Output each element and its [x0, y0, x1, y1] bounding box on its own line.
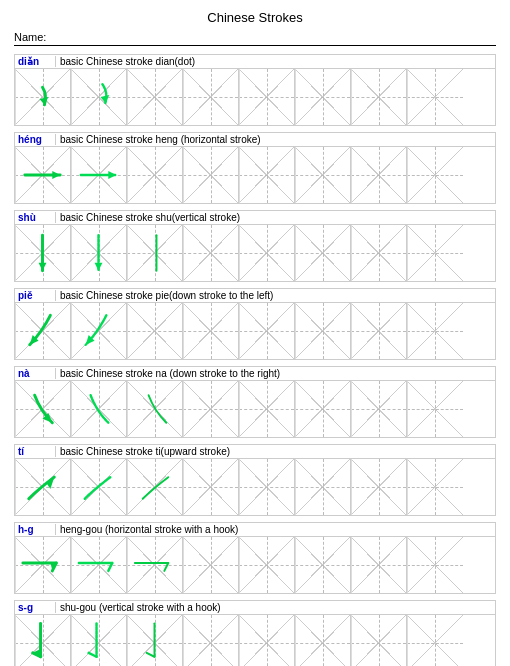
stroke-section-na: nàbasic Chinese stroke na (down stroke t…: [14, 366, 496, 438]
stroke-name-hg: h-g: [18, 524, 56, 535]
stroke-cell: [239, 537, 295, 593]
stroke-cell: [183, 381, 239, 437]
stroke-cells-shu: [15, 225, 495, 281]
stroke-cell: [239, 303, 295, 359]
stroke-desc-hg: heng-gou (horizontal stroke with a hook): [60, 524, 238, 535]
stroke-cell: [351, 147, 407, 203]
stroke-cell: [351, 225, 407, 281]
stroke-cells-heng: [15, 147, 495, 203]
stroke-cell: [351, 303, 407, 359]
stroke-cell: [239, 381, 295, 437]
stroke-cell: [15, 459, 71, 515]
stroke-cells-na: [15, 381, 495, 437]
stroke-cell: [183, 225, 239, 281]
stroke-name-ti: tí: [18, 446, 56, 457]
stroke-cell: [71, 381, 127, 437]
stroke-cell: [351, 69, 407, 125]
stroke-cell: [127, 303, 183, 359]
stroke-section-pie: piěbasic Chinese stroke pie(down stroke …: [14, 288, 496, 360]
stroke-cell: [295, 381, 351, 437]
stroke-section-hg: h-gheng-gou (horizontal stroke with a ho…: [14, 522, 496, 594]
stroke-cell: [127, 381, 183, 437]
stroke-section-shu: shùbasic Chinese stroke shu(vertical str…: [14, 210, 496, 282]
stroke-cell: [71, 459, 127, 515]
stroke-cells-ti: [15, 459, 495, 515]
stroke-cell: [15, 537, 71, 593]
stroke-cells-hg: [15, 537, 495, 593]
svg-marker-3: [52, 171, 60, 179]
stroke-cell: [295, 303, 351, 359]
stroke-desc-na: basic Chinese stroke na (down stroke to …: [60, 368, 280, 379]
stroke-name-heng: héng: [18, 134, 56, 145]
stroke-header-pie: piěbasic Chinese stroke pie(down stroke …: [15, 289, 495, 303]
stroke-cell: [295, 459, 351, 515]
stroke-cell: [127, 69, 183, 125]
stroke-cell: [15, 381, 71, 437]
stroke-header-na: nàbasic Chinese stroke na (down stroke t…: [15, 367, 495, 381]
stroke-cell: [15, 615, 71, 666]
stroke-section-heng: héngbasic Chinese stroke heng (horizonta…: [14, 132, 496, 204]
svg-marker-1: [100, 95, 109, 103]
stroke-cell: [71, 537, 127, 593]
stroke-cell: [127, 615, 183, 666]
stroke-header-ti: tíbasic Chinese stroke ti(upward stroke): [15, 445, 495, 459]
stroke-cell: [239, 615, 295, 666]
stroke-desc-sg: shu-gou (vertical stroke with a hook): [60, 602, 221, 613]
stroke-cell: [407, 459, 463, 515]
stroke-cells-sg: [15, 615, 495, 666]
stroke-name-pie: piě: [18, 290, 56, 301]
stroke-header-hg: h-gheng-gou (horizontal stroke with a ho…: [15, 523, 495, 537]
stroke-cell: [351, 459, 407, 515]
stroke-cell: [351, 615, 407, 666]
stroke-cell: [15, 147, 71, 203]
stroke-cell: [239, 69, 295, 125]
stroke-cell: [71, 615, 127, 666]
stroke-desc-shu: basic Chinese stroke shu(vertical stroke…: [60, 212, 240, 223]
stroke-cell: [295, 147, 351, 203]
stroke-cell: [127, 147, 183, 203]
stroke-cell: [183, 69, 239, 125]
stroke-section-dian: diǎnbasic Chinese stroke dian(dot): [14, 54, 496, 126]
stroke-cell: [239, 147, 295, 203]
stroke-header-sg: s-gshu-gou (vertical stroke with a hook): [15, 601, 495, 615]
stroke-cell: [351, 381, 407, 437]
stroke-header-shu: shùbasic Chinese stroke shu(vertical str…: [15, 211, 495, 225]
stroke-cell: [71, 69, 127, 125]
strokes-container: diǎnbasic Chinese stroke dian(dot)héngba…: [14, 54, 496, 666]
stroke-cell: [407, 69, 463, 125]
stroke-cell: [183, 303, 239, 359]
stroke-cell: [407, 147, 463, 203]
stroke-cell: [127, 459, 183, 515]
stroke-cells-dian: [15, 69, 495, 125]
stroke-cell: [239, 459, 295, 515]
stroke-cells-pie: [15, 303, 495, 359]
stroke-cell: [407, 303, 463, 359]
stroke-cell: [295, 537, 351, 593]
stroke-cell: [183, 537, 239, 593]
stroke-cell: [71, 147, 127, 203]
stroke-cell: [183, 147, 239, 203]
name-line: Name:: [14, 31, 496, 46]
stroke-cell: [407, 381, 463, 437]
stroke-cell: [71, 225, 127, 281]
stroke-cell: [407, 537, 463, 593]
stroke-cell: [239, 225, 295, 281]
stroke-name-shu: shù: [18, 212, 56, 223]
stroke-cell: [407, 225, 463, 281]
stroke-cell: [407, 615, 463, 666]
stroke-header-dian: diǎnbasic Chinese stroke dian(dot): [15, 55, 495, 69]
stroke-desc-ti: basic Chinese stroke ti(upward stroke): [60, 446, 230, 457]
stroke-desc-dian: basic Chinese stroke dian(dot): [60, 56, 195, 67]
stroke-cell: [15, 303, 71, 359]
stroke-desc-pie: basic Chinese stroke pie(down stroke to …: [60, 290, 273, 301]
stroke-header-heng: héngbasic Chinese stroke heng (horizonta…: [15, 133, 495, 147]
page-title: Chinese Strokes: [14, 10, 496, 25]
stroke-cell: [295, 69, 351, 125]
stroke-cell: [71, 303, 127, 359]
stroke-section-ti: tíbasic Chinese stroke ti(upward stroke): [14, 444, 496, 516]
stroke-cell: [127, 537, 183, 593]
svg-marker-0: [40, 97, 49, 105]
stroke-section-sg: s-gshu-gou (vertical stroke with a hook): [14, 600, 496, 666]
stroke-name-dian: diǎn: [18, 56, 56, 67]
svg-marker-5: [108, 171, 116, 179]
